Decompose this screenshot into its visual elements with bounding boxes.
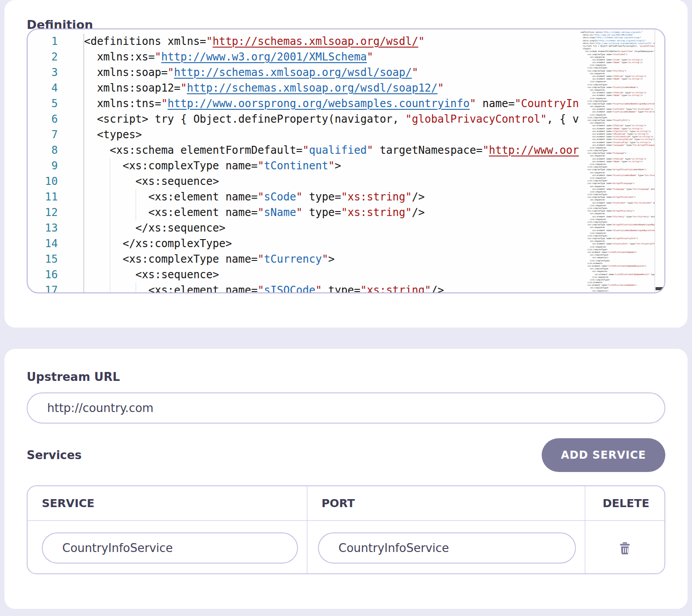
indent-guide — [110, 174, 110, 189]
upstream-services-card: Upstream URL Services ADD SERVICE SERVIC… — [4, 349, 688, 609]
indent-guide — [136, 189, 136, 205]
code-line[interactable]: 1<definitions xmlns="http://schemas.xmls… — [28, 34, 580, 49]
services-title: Services — [27, 448, 82, 462]
line-number: 1 — [28, 34, 58, 49]
code-line[interactable]: 8 <xs:schema elementFormDefault="qualifi… — [28, 143, 580, 158]
code-link[interactable]: http://schemas.xmlsoap.org/wsdl/soap12/ — [187, 82, 438, 94]
indent-guide — [136, 283, 136, 292]
code-line[interactable]: 12 <xs:element name="sName" type="xs:str… — [28, 205, 580, 220]
code-line[interactable]: 16 <xs:sequence> — [28, 267, 580, 283]
code-link[interactable]: http://www.oor — [489, 144, 579, 156]
line-number: 8 — [28, 143, 58, 158]
line-number: 16 — [28, 267, 58, 283]
scrollbar-thumb[interactable] — [656, 287, 664, 290]
indent-guide — [110, 236, 110, 252]
code-line[interactable]: 10 <xs:sequence> — [28, 174, 580, 189]
code-line[interactable]: 7 <types> — [28, 127, 580, 143]
indent-guide — [110, 283, 110, 292]
line-number: 3 — [28, 65, 58, 80]
indent-guide — [110, 158, 110, 174]
service-port-input[interactable] — [318, 532, 576, 564]
code-line[interactable]: 2 xmlns:xs="http://www.w3.org/2001/XMLSc… — [28, 49, 580, 65]
trash-icon — [617, 540, 632, 556]
services-header-row: Services ADD SERVICE — [27, 436, 665, 474]
column-header-delete: DELETE — [585, 486, 664, 520]
code-line[interactable]: 13 </xs:sequence> — [28, 220, 580, 236]
indent-guide — [110, 205, 110, 220]
line-number: 6 — [28, 112, 58, 127]
column-header-service: SERVICE — [28, 486, 307, 520]
indent-guide — [110, 189, 110, 205]
code-link[interactable]: http://schemas.xmlsoap.org/wsdl/soap/ — [174, 66, 412, 79]
line-number: 17 — [28, 283, 58, 292]
line-number: 14 — [28, 236, 58, 252]
indent-guide — [110, 267, 110, 283]
line-number: 2 — [28, 49, 58, 65]
line-number: 13 — [28, 220, 58, 236]
minimap[interactable]: <definitions xmlns="http://schemas.xmlso… — [580, 29, 655, 292]
line-number: 10 — [28, 174, 58, 189]
code-line[interactable]: 9 <xs:complexType name="tContinent"> — [28, 158, 580, 174]
line-number: 9 — [28, 158, 58, 174]
code-link[interactable]: http://www.w3.org/2001/XMLSchema — [161, 51, 366, 63]
code-editor[interactable]: 1<definitions xmlns="http://schemas.xmls… — [27, 28, 665, 293]
code-line[interactable]: 15 <xs:complexType name="tCurrency"> — [28, 252, 580, 267]
indent-guide — [110, 220, 110, 236]
column-header-port: PORT — [307, 486, 585, 520]
code-link[interactable]: http://www.oorsprong.org/websamples.coun… — [168, 97, 470, 110]
add-service-button[interactable]: ADD SERVICE — [542, 438, 665, 472]
line-number: 5 — [28, 96, 58, 112]
services-table-body — [28, 521, 664, 574]
code-line[interactable]: 14 </xs:complexType> — [28, 236, 580, 252]
scrollbar-track[interactable] — [655, 29, 664, 292]
code-line[interactable]: 5 xmlns:tns="http://www.oorsprong.org/we… — [28, 96, 580, 112]
services-table: SERVICE PORT DELETE — [27, 485, 665, 574]
code-line[interactable]: 3 xmlns:soap="http://schemas.xmlsoap.org… — [28, 65, 580, 80]
code-line[interactable]: 4 xmlns:soap12="http://schemas.xmlsoap.o… — [28, 80, 580, 96]
upstream-url-label: Upstream URL — [27, 370, 120, 384]
indent-guide — [136, 205, 136, 220]
code-line[interactable]: 11 <xs:element name="sCode" type="xs:str… — [28, 189, 580, 205]
code-link[interactable]: http://schemas.xmlsoap.org/wsdl/ — [213, 35, 418, 48]
indent-guide — [110, 252, 110, 267]
service-table-row — [28, 521, 664, 574]
services-table-header: SERVICE PORT DELETE — [28, 486, 664, 521]
definition-card: Definition 1<definitions xmlns="http://s… — [4, 0, 688, 328]
line-number: 12 — [28, 205, 58, 220]
code-line[interactable]: 17 <xs:element name="sISOCode" type="xs:… — [28, 283, 580, 292]
delete-service-button[interactable] — [616, 539, 634, 557]
service-name-input[interactable] — [42, 532, 298, 564]
line-number: 11 — [28, 189, 58, 205]
code-line[interactable]: 6 <script> try { Object.defineProperty(n… — [28, 112, 580, 127]
code-lines[interactable]: 1<definitions xmlns="http://schemas.xmls… — [28, 29, 580, 292]
line-number: 7 — [28, 127, 58, 143]
line-number: 4 — [28, 80, 58, 96]
page: { "palette":{ "page_bg":"#e9e8f5","card_… — [0, 0, 692, 616]
upstream-url-input[interactable] — [27, 392, 665, 424]
line-number: 15 — [28, 252, 58, 267]
